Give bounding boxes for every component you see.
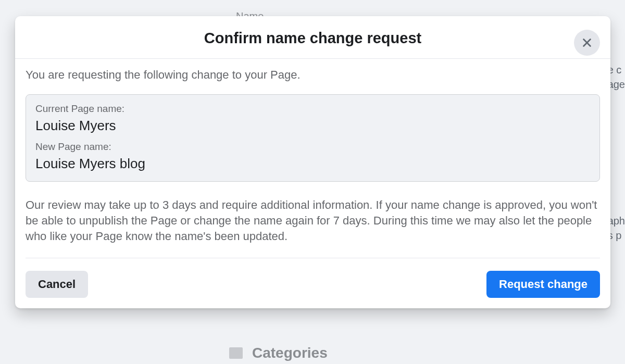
folder-icon (229, 347, 243, 359)
cancel-button[interactable]: Cancel (26, 271, 88, 298)
modal-footer: Cancel Request change (26, 258, 600, 298)
new-name-label: New Page name: (35, 141, 590, 153)
intro-text: You are requesting the following change … (26, 68, 600, 82)
modal-body: You are requesting the following change … (15, 59, 610, 308)
request-change-button[interactable]: Request change (486, 271, 600, 298)
current-name-value: Louise Myers (35, 118, 590, 134)
bg-categories-row: Categories (229, 345, 328, 361)
confirm-name-change-modal: Confirm name change request You are requ… (15, 16, 610, 308)
modal-title: Confirm name change request (26, 30, 600, 47)
new-name-value: Louise Myers blog (35, 156, 590, 172)
modal-header: Confirm name change request (15, 16, 610, 59)
current-name-label: Current Page name: (35, 103, 590, 115)
name-change-box: Current Page name: Louise Myers New Page… (26, 94, 600, 182)
close-icon (581, 37, 593, 48)
bg-categories-label: Categories (252, 345, 328, 361)
close-button[interactable] (574, 30, 600, 56)
review-text: Our review may take up to 3 days and req… (26, 197, 600, 244)
